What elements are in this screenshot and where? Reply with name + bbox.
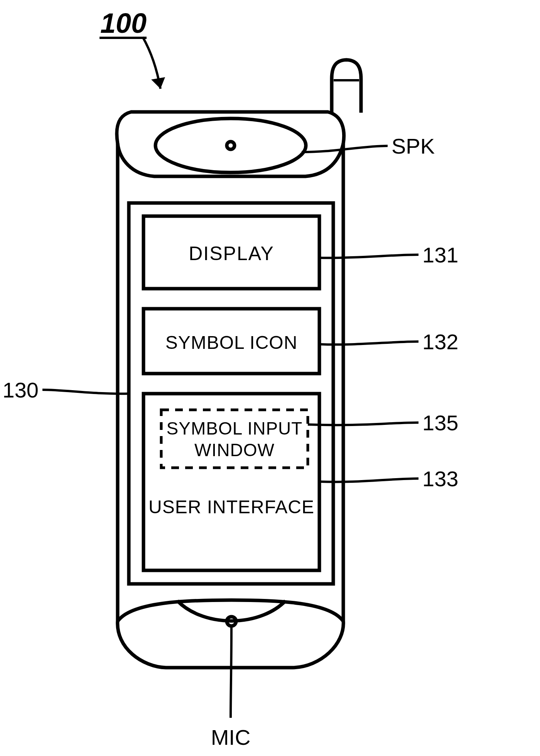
mic-icon [177, 601, 285, 626]
patent-figure: DISPLAY SYMBOL ICON SYMBOL INPUT WINDOW … [0, 0, 540, 756]
user-interface-label: USER INTERFACE [148, 497, 314, 517]
svg-point-1 [155, 118, 306, 173]
ref-spk: SPK [392, 134, 435, 158]
ref-132: 132 [422, 330, 458, 354]
display-label: DISPLAY [189, 243, 274, 264]
symbol-input-window-label-line1: SYMBOL INPUT [167, 418, 303, 438]
ref-133: 133 [422, 467, 458, 491]
ref-131: 131 [422, 243, 458, 267]
svg-point-2 [227, 142, 235, 149]
ref-135: 135 [422, 411, 458, 435]
ref-130: 130 [3, 378, 39, 402]
ref-mic: MIC [211, 725, 251, 749]
diagram-svg: DISPLAY SYMBOL ICON SYMBOL INPUT WINDOW … [0, 0, 540, 756]
symbol-input-window-label-line2: WINDOW [194, 440, 275, 460]
arrowhead-icon [151, 77, 165, 89]
speaker-icon [155, 118, 306, 173]
ref-100: 100 [100, 8, 147, 39]
symbol-icon-label: SYMBOL ICON [165, 332, 298, 353]
antenna-icon [332, 60, 361, 113]
